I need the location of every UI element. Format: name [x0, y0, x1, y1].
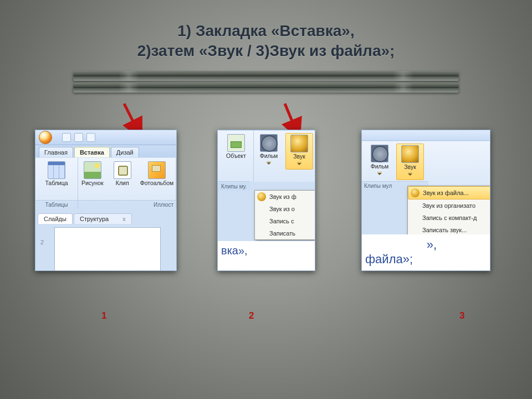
- ribbon-tabs: Главная Вставка Дизай: [35, 145, 176, 157]
- ribbon-btn-object[interactable]: Объект: [223, 133, 249, 161]
- menu-label: Звук из файла...: [423, 190, 469, 196]
- menu-item-sound-from-organizer[interactable]: Звук из о: [255, 203, 315, 215]
- btn-label: Объект: [226, 153, 246, 159]
- speaker-icon: [257, 192, 266, 201]
- slide-thumbnail[interactable]: [54, 227, 161, 271]
- screenshot-panel-3: Фильм Звук Клипы мул Звук из файла... Зв…: [361, 130, 490, 271]
- movie-icon: [260, 134, 278, 152]
- menu-label: Запись с компакт-д: [422, 214, 477, 221]
- frag-line-1: »,: [365, 238, 487, 252]
- btn-label: Звук: [293, 154, 305, 160]
- btn-label: Звук: [404, 164, 416, 170]
- menu-item-record-sound[interactable]: Записать: [255, 227, 315, 239]
- menu-item-sound-from-organizer[interactable]: Звук из организато: [408, 200, 490, 212]
- tab-insert[interactable]: Вставка: [74, 147, 110, 157]
- navigation-tabs: Слайды Структура x: [35, 213, 176, 224]
- speaker-icon: [401, 145, 419, 163]
- menu-label: Записать: [269, 230, 295, 237]
- movie-icon: [371, 145, 388, 162]
- menu-label: Записать звук...: [422, 227, 467, 233]
- btn-label: Фильм: [371, 163, 389, 170]
- menu-label: Запись с: [269, 218, 294, 224]
- clip-icon: [114, 161, 131, 179]
- nav-tab-label: Структура: [80, 216, 109, 222]
- ribbon-btn-sound[interactable]: Звук: [396, 144, 424, 180]
- nav-tab-outline[interactable]: Структура x: [74, 213, 132, 224]
- tab-home[interactable]: Главная: [39, 147, 73, 157]
- sound-dropdown-menu: Звук из файла... Звук из организато Запи…: [407, 186, 490, 237]
- title-line-1: 1) Закладка «Вставка»,: [0, 21, 532, 41]
- menu-item-record-cd[interactable]: Запись с: [255, 215, 315, 227]
- dropdown-caret-icon[interactable]: [408, 172, 412, 178]
- frag-line-2: файла»;: [365, 252, 487, 267]
- step-number-1: 1: [101, 310, 106, 321]
- ribbon-btn-movie[interactable]: Фильм: [255, 133, 282, 168]
- step-number-3: 3: [459, 310, 464, 321]
- btn-label: Рисунок: [81, 180, 104, 186]
- menu-item-record-cd[interactable]: Запись с компакт-д: [408, 212, 490, 224]
- ribbon-btn-sound[interactable]: Звук: [285, 133, 313, 170]
- ribbon: Фильм Звук Клипы мул: [362, 141, 490, 190]
- slide-number: 2: [40, 239, 44, 245]
- screenshot-panel-2: Объект Фильм Звук Клипы му. Звук из ф Зв…: [217, 130, 315, 271]
- group-label-tables: Таблицы: [35, 200, 78, 209]
- document-text-fragment: », файла»;: [362, 234, 490, 270]
- nav-tab-slides[interactable]: Слайды: [38, 213, 73, 224]
- tab-design[interactable]: Дизай: [111, 147, 139, 157]
- btn-label: Таблица: [45, 180, 68, 186]
- qat-undo-icon[interactable]: [74, 133, 83, 142]
- qat-save-icon[interactable]: [62, 133, 71, 142]
- sound-dropdown-menu: Звук из ф Звук из о Запись с Записать: [254, 190, 315, 240]
- document-text-fragment: вка»,: [218, 241, 315, 270]
- ribbon-btn-movie[interactable]: Фильм: [366, 144, 393, 179]
- office-button-icon[interactable]: [39, 131, 52, 144]
- table-icon: [48, 161, 65, 179]
- svg-line-0: [124, 104, 137, 130]
- speaker-icon: [290, 135, 308, 152]
- menu-label: Звук из ф: [269, 193, 296, 200]
- qat-redo-icon[interactable]: [86, 133, 95, 142]
- screenshot-panel-1: Главная Вставка Дизай Таблица Таблицы Ри…: [35, 130, 177, 271]
- picture-icon: [84, 161, 101, 179]
- ribbon: Объект Фильм Звук: [218, 130, 315, 182]
- ribbon-btn-picture[interactable]: Рисунок: [79, 160, 106, 188]
- btn-label: Клип: [116, 180, 129, 186]
- ribbon: Таблица Таблицы Рисунок Клип Фотоальбом: [35, 157, 176, 209]
- menu-item-sound-from-file[interactable]: Звук из файла...: [408, 186, 490, 200]
- group-label-media: Клипы му.: [218, 181, 250, 191]
- quick-access-toolbar: [35, 130, 176, 145]
- menu-label: Звук из организато: [422, 202, 475, 209]
- dropdown-caret-icon[interactable]: [377, 172, 382, 177]
- menu-label: Звук из о: [269, 206, 295, 212]
- step-number-2: 2: [249, 310, 254, 321]
- speaker-icon: [411, 188, 420, 197]
- object-icon: [227, 134, 245, 152]
- decorative-divider: [74, 71, 459, 94]
- photoalbum-icon: [148, 161, 166, 179]
- group-label-illustrations: Иллюст: [78, 200, 176, 209]
- ribbon-btn-photoalbum[interactable]: Фотоальбом: [139, 160, 175, 188]
- btn-label: Фотоальбом: [140, 180, 174, 186]
- ribbon-btn-table[interactable]: Таблица: [43, 160, 70, 188]
- titlebar-fragment: [362, 130, 490, 141]
- btn-label: Фильм: [260, 153, 278, 159]
- dropdown-caret-icon[interactable]: [267, 161, 271, 167]
- dropdown-caret-icon[interactable]: [297, 162, 301, 167]
- ribbon-btn-clip[interactable]: Клип: [109, 160, 136, 188]
- slide-title: 1) Закладка «Вставка», 2)затем «Звук / 3…: [0, 21, 532, 61]
- close-icon[interactable]: x: [122, 216, 126, 222]
- menu-item-sound-from-file[interactable]: Звук из ф: [255, 191, 315, 203]
- svg-line-1: [285, 104, 296, 130]
- title-line-2: 2)затем «Звук / 3)Звук из файла»;: [0, 41, 532, 61]
